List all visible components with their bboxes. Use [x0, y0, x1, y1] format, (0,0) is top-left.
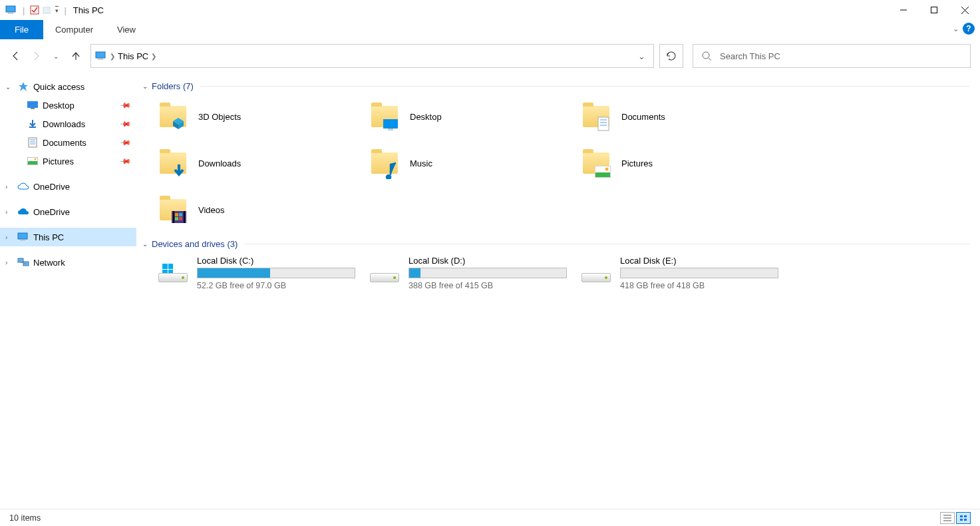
sidebar-item-label: Pictures [43, 156, 74, 166]
sidebar-item-desktop[interactable]: Desktop 📌 [0, 96, 136, 115]
breadcrumb-current[interactable]: This PC [118, 51, 148, 61]
folder-3d-objects[interactable]: 3D Objects [157, 99, 369, 134]
forward-button[interactable] [29, 49, 43, 63]
refresh-button[interactable] [659, 44, 683, 68]
breadcrumb-sep-icon[interactable]: ❯ [151, 53, 156, 60]
back-button[interactable] [9, 49, 23, 63]
tab-computer[interactable]: Computer [43, 20, 105, 39]
pin-icon: 📌 [118, 154, 131, 167]
drive-icon [580, 256, 612, 282]
sidebar-quick-access[interactable]: ⌄ Quick access [0, 77, 136, 96]
folder-downloads[interactable]: Downloads [157, 146, 369, 180]
chevron-down-icon: ⌄ [142, 83, 148, 90]
drive-capacity-bar [408, 268, 567, 278]
svg-rect-2 [31, 6, 39, 14]
onedrive-icon [17, 208, 29, 216]
chevron-right-icon[interactable]: › [5, 208, 13, 216]
sidebar-item-downloads[interactable]: Downloads 📌 [0, 115, 136, 133]
svg-rect-29 [598, 117, 609, 131]
group-folders-header[interactable]: ⌄ Folders (7) [142, 81, 969, 91]
view-large-icons-button[interactable] [956, 512, 971, 524]
drive-name: Local Disk (E:) [620, 256, 778, 266]
pin-icon: 📌 [118, 117, 131, 130]
sidebar-onedrive[interactable]: › OneDrive [0, 177, 136, 196]
desktop-icon [27, 101, 39, 109]
pin-icon: 📌 [118, 136, 131, 148]
minimize-button[interactable] [888, 0, 919, 20]
drive-free-text: 388 GB free of 415 GB [408, 281, 567, 290]
chevron-right-icon[interactable]: › [5, 183, 13, 190]
new-folder-icon[interactable] [42, 5, 51, 15]
chevron-right-icon[interactable]: › [5, 234, 13, 241]
sidebar-item-label: Documents [43, 138, 86, 148]
drive-d[interactable]: Local Disk (D:) 388 GB free of 415 GB [369, 256, 580, 290]
folder-music[interactable]: Music [369, 146, 580, 180]
sidebar-item-label: Downloads [43, 119, 85, 129]
svg-rect-46 [960, 515, 963, 517]
downloads-icon [27, 119, 39, 129]
drive-icon [157, 256, 189, 282]
close-button[interactable] [949, 0, 980, 20]
folder-documents[interactable]: Documents [580, 99, 792, 134]
window-title: This PC [73, 5, 104, 15]
svg-rect-49 [964, 519, 967, 521]
properties-icon[interactable] [30, 5, 39, 15]
svg-rect-8 [96, 52, 105, 58]
sidebar-item-label: Desktop [43, 101, 75, 111]
svg-point-21 [35, 158, 37, 160]
maximize-button[interactable] [919, 0, 949, 20]
folder-icon [580, 101, 612, 132]
ribbon-expand-icon[interactable]: ⌄ [953, 25, 959, 33]
sidebar-item-pictures[interactable]: Pictures 📌 [0, 152, 136, 170]
divider [244, 244, 969, 244]
pc-icon [95, 51, 107, 61]
sidebar-label: This PC [33, 232, 64, 242]
svg-rect-27 [383, 119, 398, 129]
sidebar-label: OneDrive [33, 207, 70, 217]
svg-rect-0 [6, 6, 15, 12]
svg-rect-1 [8, 13, 13, 14]
svg-line-11 [709, 58, 711, 61]
separator: | [23, 5, 25, 15]
onedrive-icon [17, 182, 29, 190]
drive-c[interactable]: Local Disk (C:) 52.2 GB free of 97.0 GB [157, 256, 369, 290]
navbar: ⌄ ❯ This PC ❯ ⌄ Search This PC [0, 40, 980, 72]
drive-capacity-bar [620, 268, 778, 278]
network-icon [17, 258, 29, 267]
folder-label: Pictures [621, 158, 653, 168]
drive-free-text: 52.2 GB free of 97.0 GB [197, 281, 355, 290]
sidebar-this-pc[interactable]: › This PC [0, 228, 136, 246]
chevron-right-icon[interactable]: › [5, 259, 13, 266]
address-dropdown-icon[interactable]: ⌄ [634, 51, 649, 61]
address-bar[interactable]: ❯ This PC ❯ ⌄ [90, 44, 654, 68]
tab-view[interactable]: View [105, 20, 148, 39]
drive-e[interactable]: Local Disk (E:) 418 GB free of 418 GB [580, 256, 792, 290]
svg-rect-34 [595, 172, 610, 177]
sidebar-item-documents[interactable]: Documents 📌 [0, 133, 136, 152]
qat-dropdown-icon[interactable]: ▾ [55, 6, 59, 14]
svg-rect-41 [175, 217, 178, 220]
search-box[interactable]: Search This PC [693, 44, 971, 68]
folder-pictures[interactable]: Pictures [580, 146, 792, 180]
folder-desktop[interactable]: Desktop [369, 99, 580, 134]
recent-dropdown[interactable]: ⌄ [49, 49, 63, 63]
view-details-button[interactable] [940, 512, 955, 524]
chevron-down-icon: ⌄ [142, 240, 148, 248]
qat: | ▾ | [5, 5, 69, 15]
sidebar-network[interactable]: › Network [0, 253, 136, 272]
tab-file[interactable]: File [0, 20, 43, 39]
up-button[interactable] [69, 49, 82, 63]
group-drives-header[interactable]: ⌄ Devices and drives (3) [142, 239, 969, 249]
drive-fill [409, 268, 420, 278]
chevron-down-icon[interactable]: ⌄ [5, 83, 13, 91]
svg-rect-9 [98, 59, 103, 60]
breadcrumb-sep-icon[interactable]: ❯ [110, 53, 115, 60]
svg-rect-39 [175, 213, 178, 216]
folder-label: Videos [198, 205, 225, 215]
folder-videos[interactable]: Videos [157, 192, 369, 227]
help-icon[interactable]: ? [963, 23, 975, 35]
ribbon: File Computer View ⌄ ? [0, 20, 980, 40]
sidebar-onedrive-2[interactable]: › OneDrive [0, 202, 136, 221]
folder-icon [369, 147, 401, 179]
drive-icon [369, 256, 401, 282]
